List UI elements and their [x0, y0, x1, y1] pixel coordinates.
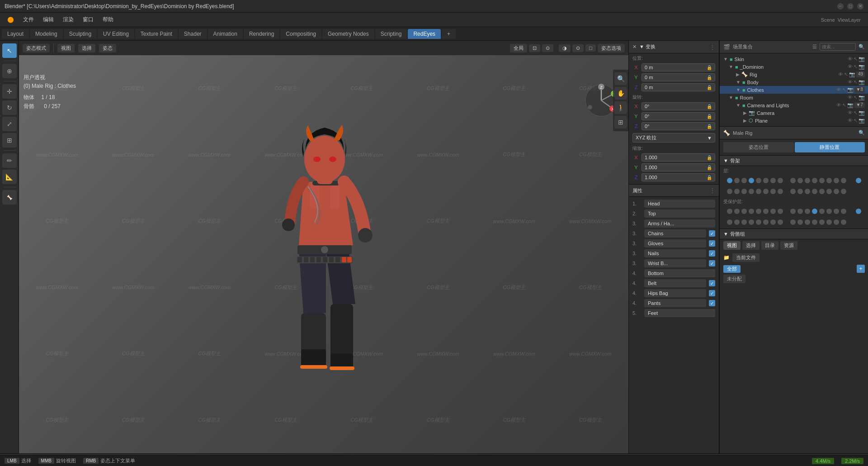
prot-dot-10[interactable]: [797, 209, 803, 214]
euler-mode-select[interactable]: XYZ 欧拉 ▼: [632, 133, 715, 143]
tree-item-skin[interactable]: ▼ ■ Skin 👁 ↖ 📷: [720, 55, 868, 63]
prot-dot-2[interactable]: [734, 209, 740, 214]
layer-dot-24[interactable]: [778, 189, 783, 194]
prot-dot-26[interactable]: [797, 219, 803, 225]
group-add-btn[interactable]: +: [857, 265, 865, 273]
prot-dot-5[interactable]: [756, 209, 761, 214]
tab-layout[interactable]: Layout: [2, 29, 29, 39]
tree-item-room[interactable]: ▼ ■ Room 👁 ↖ 📷: [720, 94, 868, 101]
prot-dot-6[interactable]: [763, 209, 769, 214]
annotate-tool-button[interactable]: ✏: [2, 153, 17, 168]
skin-cursor-btn[interactable]: ↖: [854, 56, 858, 62]
prot-dot-20[interactable]: [749, 219, 754, 225]
layer-dot-21[interactable]: [756, 189, 761, 194]
layer-dot-27[interactable]: [805, 189, 810, 194]
attr-feet-btn[interactable]: Feet: [644, 309, 715, 317]
room-render-btn[interactable]: 📷: [859, 95, 865, 100]
viewport-mode-selector[interactable]: 姿态模式: [23, 44, 50, 52]
viewport-pose-btn[interactable]: 姿态: [99, 44, 116, 52]
outliner-search-icon[interactable]: 🔍: [859, 44, 865, 50]
layer-dot-8[interactable]: [778, 178, 783, 183]
attr-wrist-btn[interactable]: Wrist B...: [644, 259, 706, 267]
layer-dot-18[interactable]: [734, 189, 740, 194]
layer-dot-17[interactable]: [727, 189, 732, 194]
layer-dot-32[interactable]: [841, 189, 846, 194]
attr-pants-btn[interactable]: Pants: [644, 299, 706, 307]
attr-arms-btn[interactable]: Arms / Ha...: [644, 219, 715, 228]
layer-dot-29[interactable]: [819, 189, 825, 194]
tab-shader[interactable]: Shader: [179, 29, 207, 39]
location-z-input[interactable]: 0 m 🔒: [642, 83, 715, 91]
tab-animation[interactable]: Animation: [208, 29, 243, 39]
menu-file[interactable]: 文件: [19, 15, 38, 24]
prot-dot-18[interactable]: [734, 219, 740, 225]
menu-help[interactable]: 帮助: [99, 15, 117, 24]
plane-cursor-btn[interactable]: ↖: [854, 118, 858, 124]
armature-search-icon[interactable]: 🔍: [859, 130, 865, 136]
rig-render-btn[interactable]: 📷: [849, 71, 855, 77]
prot-dot-right[interactable]: [856, 209, 861, 214]
tree-item-camera[interactable]: ▶ 📷 Camera 👁 ↖ 📷: [720, 109, 868, 117]
menu-edit[interactable]: 编辑: [39, 15, 57, 24]
attributes-options-icon[interactable]: ⋮: [710, 187, 715, 194]
prot-dot-3[interactable]: [741, 209, 747, 214]
tree-item-clothes[interactable]: ▼ ■ Clothes 👁 ↖ 📷 ▼8: [720, 86, 868, 94]
camera-render-btn[interactable]: 📷: [859, 110, 865, 116]
rotation-y-lock[interactable]: 🔒: [707, 114, 712, 119]
outliner-filter-icon[interactable]: ☰: [812, 44, 817, 50]
clothes-eye-btn[interactable]: 👁: [836, 87, 841, 93]
current-file-btn[interactable]: 当前文件: [732, 253, 760, 262]
attr-wrist-checkbox[interactable]: ✓: [709, 260, 715, 266]
layer-dot-5[interactable]: [756, 178, 761, 183]
tree-item-plane[interactable]: ▶ ⬡ Plane 👁 ↖ 📷: [720, 117, 868, 124]
body-cursor-btn[interactable]: ↖: [854, 79, 858, 85]
viewport-view-btn[interactable]: 视图: [57, 44, 75, 52]
camera-eye-btn[interactable]: 👁: [848, 110, 853, 116]
scale-x-input[interactable]: 1.000 🔒: [642, 153, 715, 162]
proportional-btn[interactable]: ⊙: [542, 44, 553, 52]
menu-window[interactable]: 窗口: [79, 15, 97, 24]
attr-chains-checkbox[interactable]: ✓: [709, 230, 715, 237]
layer-dot-19[interactable]: [741, 189, 747, 194]
cursor-tool-button[interactable]: ⊕: [2, 64, 17, 78]
skin-render-btn[interactable]: 📷: [859, 56, 865, 62]
attr-belt-checkbox[interactable]: ✓: [709, 280, 715, 286]
attr-nails-checkbox[interactable]: ✓: [709, 250, 715, 257]
viewport-shading-btn[interactable]: ◑: [559, 44, 571, 52]
rotate-tool-button[interactable]: ↻: [2, 100, 17, 115]
layer-dot-28[interactable]: [812, 189, 817, 194]
rest-position-btn[interactable]: 静置位置: [795, 142, 865, 152]
attr-hips-bag-btn[interactable]: Hips Bag: [644, 289, 706, 297]
prot-dot-32[interactable]: [841, 219, 846, 225]
overlay-btn[interactable]: ⊙: [572, 44, 584, 52]
body-eye-btn[interactable]: 👁: [848, 79, 853, 85]
tab-texture-paint[interactable]: Texture Paint: [135, 29, 178, 39]
move-tool-button[interactable]: ✛: [2, 84, 17, 99]
prot-dot-12[interactable]: [812, 209, 817, 214]
camera-cursor-btn[interactable]: ↖: [854, 110, 858, 116]
tab-modeling[interactable]: Modeling: [30, 29, 63, 39]
dominion-eye-btn[interactable]: 👁: [848, 64, 853, 70]
vp-hand-btn[interactable]: ✋: [614, 87, 627, 100]
tab-uv-editing[interactable]: UV Editing: [98, 29, 134, 39]
prot-dot-14[interactable]: [826, 209, 832, 214]
prot-dot-16[interactable]: [841, 209, 846, 214]
prot-dot-30[interactable]: [826, 219, 832, 225]
layer-dot-9[interactable]: [790, 178, 796, 183]
outliner-search-input[interactable]: [820, 43, 856, 51]
layer-dot-23[interactable]: [770, 189, 776, 194]
layer-dot-11[interactable]: [805, 178, 810, 183]
plane-render-btn[interactable]: 📷: [859, 118, 865, 124]
layer-dot-22[interactable]: [763, 189, 769, 194]
prot-dot-28[interactable]: [812, 219, 817, 225]
snap-btn[interactable]: ⊡: [529, 44, 540, 52]
attr-pants-checkbox[interactable]: ✓: [709, 300, 715, 306]
menu-render[interactable]: 渲染: [59, 15, 77, 24]
xray-btn[interactable]: □: [585, 44, 596, 52]
transform-tool-button[interactable]: ⊞: [2, 133, 17, 147]
attr-bottom-btn[interactable]: Bottom: [644, 269, 715, 277]
clothes-render-btn[interactable]: 📷: [847, 87, 854, 93]
minimize-button[interactable]: −: [837, 3, 844, 10]
layer-dot-right[interactable]: [856, 178, 861, 183]
prot-dot-19[interactable]: [741, 219, 747, 225]
